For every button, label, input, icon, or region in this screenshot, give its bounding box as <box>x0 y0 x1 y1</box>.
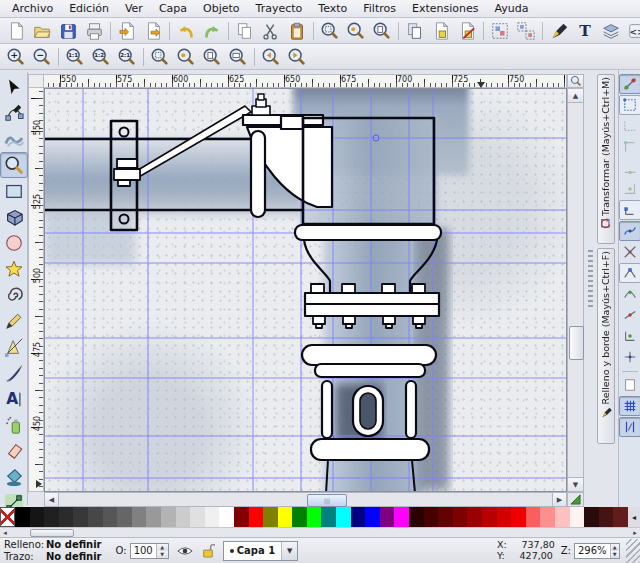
dock-tab-transform[interactable]: Transformar (Mayús+Ctrl+M) <box>597 74 615 244</box>
tool-node-editor[interactable] <box>0 100 28 126</box>
fill-stroke-indicator[interactable]: Relleno:No definir Trazo:No definir <box>0 539 102 562</box>
tool-selector[interactable] <box>0 74 28 100</box>
palette-swatch[interactable] <box>73 507 88 527</box>
palette-swatch[interactable] <box>613 507 628 527</box>
sticky-zoom-button[interactable] <box>567 74 584 88</box>
snap-bbox-corners-button[interactable] <box>619 137 640 157</box>
zoom-in-button[interactable]: + <box>3 45 29 69</box>
zoom-drawing-button[interactable] <box>343 19 369 43</box>
zoom-down-arrow[interactable]: ▼ <box>611 551 619 558</box>
tool-star[interactable] <box>0 256 28 282</box>
save-document-button[interactable] <box>55 19 81 43</box>
palette-swatch[interactable] <box>497 507 512 527</box>
palette-swatch[interactable] <box>234 507 249 527</box>
snap-paths-button[interactable] <box>619 221 640 241</box>
zoom-1-1-button[interactable]: 1:1 <box>62 45 88 69</box>
snap-line-midpoints-button[interactable] <box>619 305 640 325</box>
snap-nodes-button[interactable] <box>619 200 640 220</box>
palette-swatch[interactable] <box>278 507 293 527</box>
tool-paint-bucket[interactable] <box>0 464 28 490</box>
snap-smooth-nodes-button[interactable] <box>619 284 640 304</box>
menu-extensiones[interactable]: Extensiones <box>404 1 487 16</box>
no-color-swatch[interactable] <box>0 507 15 527</box>
vertical-scroll-thumb[interactable] <box>569 326 584 360</box>
menu-texto[interactable]: Texto <box>310 1 355 16</box>
text-dialog-button[interactable]: T <box>572 19 598 43</box>
palette-swatch[interactable] <box>161 507 176 527</box>
vertical-ruler[interactable]: 550 525 500 475 450 <box>28 88 44 492</box>
palette-swatch[interactable] <box>321 507 336 527</box>
snap-bounding-box-button[interactable] <box>619 95 640 115</box>
opacity-up-arrow[interactable]: ▲ <box>157 544 168 551</box>
tool-spray[interactable] <box>0 412 28 438</box>
palette-scrollbar-left-arrow[interactable]: ◂ <box>0 529 10 537</box>
palette-swatch[interactable] <box>15 507 30 527</box>
zoom-selection-button[interactable] <box>317 19 343 43</box>
tool-text[interactable]: A <box>0 386 28 412</box>
palette-swatch[interactable] <box>103 507 118 527</box>
palette-swatch[interactable] <box>511 507 526 527</box>
menu-objeto[interactable]: Objeto <box>195 1 248 16</box>
undo-button[interactable] <box>173 19 199 43</box>
snap-page-border-button[interactable] <box>619 375 640 395</box>
palette-scrollbar-right-arrow[interactable]: ▸ <box>630 529 640 537</box>
palette-swatch[interactable] <box>205 507 220 527</box>
scroll-up-arrow[interactable]: ▲ <box>568 89 583 103</box>
snap-grids-button[interactable] <box>619 396 640 416</box>
snap-bbox-centers-button[interactable] <box>619 179 640 199</box>
palette-scrollbar-track[interactable] <box>10 529 630 537</box>
palette-swatch[interactable] <box>351 507 366 527</box>
zoom-selection-button[interactable] <box>147 45 173 69</box>
tool-3d-box[interactable] <box>0 204 28 230</box>
zoom-page-button[interactable] <box>199 45 225 69</box>
palette-swatch[interactable] <box>44 507 59 527</box>
palette-swatch[interactable] <box>88 507 103 527</box>
scroll-down-arrow[interactable]: ▼ <box>568 477 583 491</box>
snap-cusp-nodes-button[interactable] <box>619 263 640 283</box>
palette-scroll-left-arrow[interactable]: ◂ <box>628 507 640 527</box>
zoom-drawing-button[interactable] <box>173 45 199 69</box>
palette-swatch[interactable] <box>570 507 585 527</box>
horizontal-scroll-thumb[interactable]: ||| <box>307 494 347 507</box>
dock-resize-handle[interactable] <box>588 250 593 310</box>
zoom-1-2-button[interactable]: 1:2 <box>88 45 114 69</box>
tool-zoom[interactable] <box>0 152 28 178</box>
fill-stroke-dialog-button[interactable] <box>546 19 572 43</box>
snap-object-centers-button[interactable] <box>619 326 640 346</box>
palette-swatch[interactable] <box>292 507 307 527</box>
horizontal-ruler[interactable]: 550 575 600 625 650 675 700 725 750 <box>44 74 567 88</box>
snap-bbox-edge-midpoints-button[interactable] <box>619 158 640 178</box>
palette-swatch[interactable] <box>394 507 409 527</box>
zoom-out-button[interactable]: − <box>29 45 55 69</box>
layer-visibility-toggle[interactable] <box>177 544 193 558</box>
group-button[interactable] <box>487 19 513 43</box>
opacity-down-arrow[interactable]: ▼ <box>157 551 168 558</box>
palette-swatch[interactable] <box>307 507 322 527</box>
palette-swatch[interactable] <box>132 507 147 527</box>
zoom-up-arrow[interactable]: ▲ <box>611 544 619 551</box>
palette-swatch[interactable] <box>117 507 132 527</box>
palette-swatch[interactable] <box>380 507 395 527</box>
export-button[interactable] <box>140 19 166 43</box>
tool-eraser[interactable] <box>0 438 28 464</box>
scroll-right-arrow[interactable]: ▶ <box>552 493 566 506</box>
layer-selector[interactable]: Capa 1 ▼ <box>223 541 298 561</box>
unlink-clone-button[interactable] <box>454 19 480 43</box>
window-resize-grip[interactable] <box>626 539 640 563</box>
xml-editor-button[interactable]: <> <box>624 19 640 43</box>
snap-master-button[interactable] <box>619 74 640 94</box>
palette-swatch[interactable] <box>263 507 278 527</box>
horizontal-scrollbar[interactable]: ◀ ||| ▶ <box>44 492 567 507</box>
layer-lock-toggle[interactable] <box>201 543 215 558</box>
tool-rectangle[interactable] <box>0 178 28 204</box>
palette-swatch[interactable] <box>219 507 234 527</box>
tool-spiral[interactable] <box>0 282 28 308</box>
zoom-page-width-button[interactable] <box>225 45 251 69</box>
menu-capa[interactable]: Capa <box>151 1 195 16</box>
import-button[interactable] <box>114 19 140 43</box>
zoom-previous-button[interactable] <box>258 45 284 69</box>
palette-swatch[interactable] <box>555 507 570 527</box>
paste-button[interactable] <box>284 19 310 43</box>
palette-swatch[interactable] <box>453 507 468 527</box>
layer-dropdown-arrow[interactable]: ▼ <box>281 542 297 560</box>
